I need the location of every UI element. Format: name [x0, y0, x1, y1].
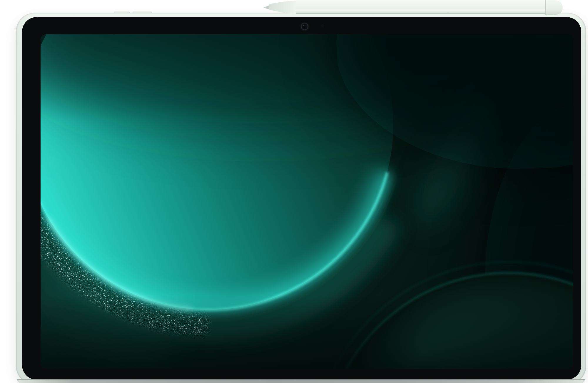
s-pen-stylus [258, 0, 564, 16]
tablet-screen [41, 34, 573, 369]
front-camera-icon [302, 24, 308, 29]
pen-cap [546, 0, 563, 15]
pen-body [296, 0, 546, 14]
wallpaper [41, 34, 573, 369]
pen-cap-seam [545, 0, 546, 15]
camera-glint [303, 25, 304, 26]
pen-tip [263, 5, 270, 10]
pen-cone [269, 1, 296, 15]
tablet-bottom-edge [17, 379, 585, 383]
product-photo-stage [0, 0, 588, 383]
tablet-bezel [22, 17, 581, 380]
tablet-device [16, 13, 586, 383]
pen-body-shadow [296, 13, 546, 14]
ambient-sensor [321, 24, 324, 27]
s-pen-graphic [258, 0, 564, 16]
bottom-vignette [41, 34, 573, 369]
